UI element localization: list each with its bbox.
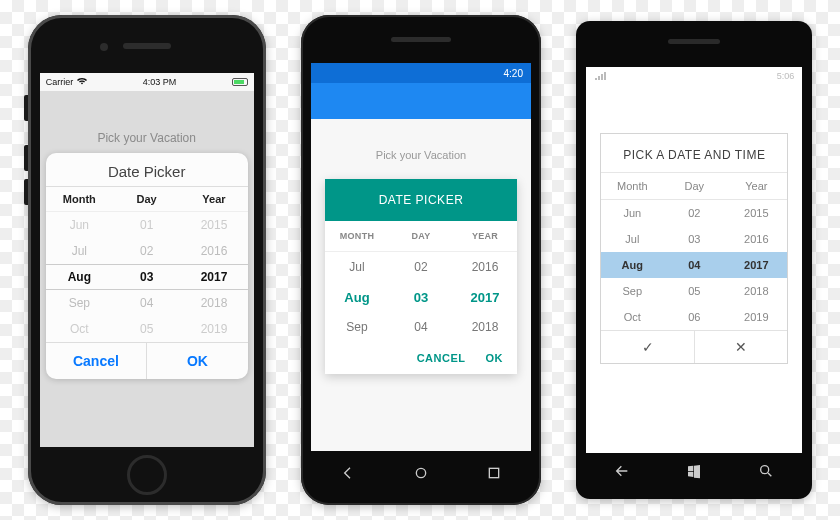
android-speaker [391, 37, 451, 42]
date-picker-card: PICK A DATE AND TIME Month Day Year Jun … [600, 133, 788, 364]
wheel-row[interactable]: Sep 04 2018 [325, 312, 517, 342]
wheel-row[interactable]: Jun 02 2015 [601, 200, 787, 226]
android-statusbar: 4:20 [311, 63, 531, 83]
column-headers: MONTH DAY YEAR [325, 221, 517, 252]
clock: 4:03 PM [143, 77, 177, 87]
home-icon[interactable] [413, 465, 429, 485]
iphone-speaker [123, 43, 171, 49]
col-month: MONTH [325, 221, 389, 252]
wheel-row[interactable]: Oct 05 2019 [46, 316, 248, 342]
home-button[interactable] [127, 455, 167, 495]
date-picker-card: DATE PICKER MONTH DAY YEAR Jul 02 2016 A… [325, 179, 517, 374]
card-title: PICK A DATE AND TIME [601, 134, 787, 172]
wheel-row[interactable]: Oct 06 2019 [601, 304, 787, 330]
wp-screen: 5:06 PICK A DATE AND TIME Month Day Year… [586, 67, 802, 453]
clock: 5:06 [777, 71, 795, 81]
recents-icon[interactable] [486, 465, 502, 485]
picker-wheel[interactable]: Jun 02 2015 Jul 03 2016 Aug 04 2017 [601, 200, 787, 330]
column-headers: Month Day Year [46, 187, 248, 212]
ok-button[interactable]: OK [485, 352, 503, 364]
date-picker-sheet: Date Picker Month Day Year Jun 01 2015 J… [46, 153, 248, 379]
cancel-button[interactable]: ✕ [695, 331, 788, 363]
cancel-button[interactable]: CANCEL [417, 352, 466, 364]
signal-icon [594, 71, 608, 82]
wheel-row-selected[interactable]: Aug 03 2017 [46, 264, 248, 290]
col-day: Day [113, 187, 180, 211]
col-year: Year [180, 187, 247, 211]
wp-statusbar: 5:06 [586, 67, 802, 85]
ok-button[interactable]: ✓ [601, 331, 695, 363]
picker-wheel[interactable]: Jun 01 2015 Jul 02 2016 Aug 03 2017 [46, 212, 248, 342]
card-actions: ✓ ✕ [601, 330, 787, 363]
sheet-actions: Cancel OK [46, 342, 248, 379]
iphone-screen: Carrier 4:03 PM Pick your Vacation Date … [40, 73, 254, 447]
wheel-row-selected[interactable]: Aug 04 2017 [601, 252, 787, 278]
ios-statusbar: Carrier 4:03 PM [40, 73, 254, 91]
android-screen: 4:20 Pick your Vacation DATE PICKER MONT… [311, 63, 531, 451]
android-app-body: Pick your Vacation DATE PICKER MONTH DAY… [311, 119, 531, 451]
start-icon[interactable] [686, 463, 702, 483]
windows-phone-device: 5:06 PICK A DATE AND TIME Month Day Year… [576, 21, 812, 499]
svg-point-0 [416, 468, 425, 477]
ios-app-body: Pick your Vacation Date Picker Month Day… [40, 91, 254, 447]
column-headers: Month Day Year [601, 172, 787, 200]
iphone-vol-down [24, 179, 28, 205]
wp-speaker [668, 39, 720, 44]
card-actions: CANCEL OK [325, 342, 517, 374]
wheel-row[interactable]: Sep 05 2018 [601, 278, 787, 304]
svg-rect-1 [490, 468, 499, 477]
carrier-label: Carrier [46, 77, 74, 87]
cancel-button[interactable]: Cancel [46, 343, 148, 379]
picker-wheel[interactable]: Jul 02 2016 Aug 03 2017 Sep 04 2018 [325, 252, 517, 342]
android-device: 4:20 Pick your Vacation DATE PICKER MONT… [301, 15, 541, 505]
iphone-camera [100, 43, 108, 51]
col-day: Day [663, 173, 725, 199]
card-header: DATE PICKER [325, 179, 517, 221]
svg-point-2 [761, 466, 769, 474]
app-toolbar [311, 83, 531, 119]
wp-navbar [586, 459, 802, 487]
iphone-device: Carrier 4:03 PM Pick your Vacation Date … [28, 15, 266, 505]
prompt-label: Pick your Vacation [311, 119, 531, 161]
iphone-vol-up [24, 145, 28, 171]
col-year: Year [725, 173, 787, 199]
col-month: Month [601, 173, 663, 199]
battery-icon [232, 78, 248, 86]
wp-app-body: PICK A DATE AND TIME Month Day Year Jun … [586, 85, 802, 453]
ok-button[interactable]: OK [147, 343, 248, 379]
col-year: YEAR [453, 221, 517, 252]
col-month: Month [46, 187, 113, 211]
col-day: DAY [389, 221, 453, 252]
android-navbar [311, 457, 531, 493]
wheel-row[interactable]: Jun 01 2015 [46, 212, 248, 238]
iphone-mute-switch [24, 95, 28, 121]
wheel-row[interactable]: Jul 02 2016 [325, 252, 517, 282]
back-icon[interactable] [340, 465, 356, 485]
back-icon[interactable] [614, 463, 630, 483]
search-icon[interactable] [758, 463, 774, 483]
wheel-row-selected[interactable]: Aug 03 2017 [325, 282, 517, 312]
wheel-row[interactable]: Jul 02 2016 [46, 238, 248, 264]
wifi-icon [77, 77, 87, 87]
prompt-label: Pick your Vacation [40, 131, 254, 145]
sheet-title: Date Picker [46, 153, 248, 187]
clock: 4:20 [504, 68, 523, 79]
wheel-row[interactable]: Sep 04 2018 [46, 290, 248, 316]
wheel-row[interactable]: Jul 03 2016 [601, 226, 787, 252]
